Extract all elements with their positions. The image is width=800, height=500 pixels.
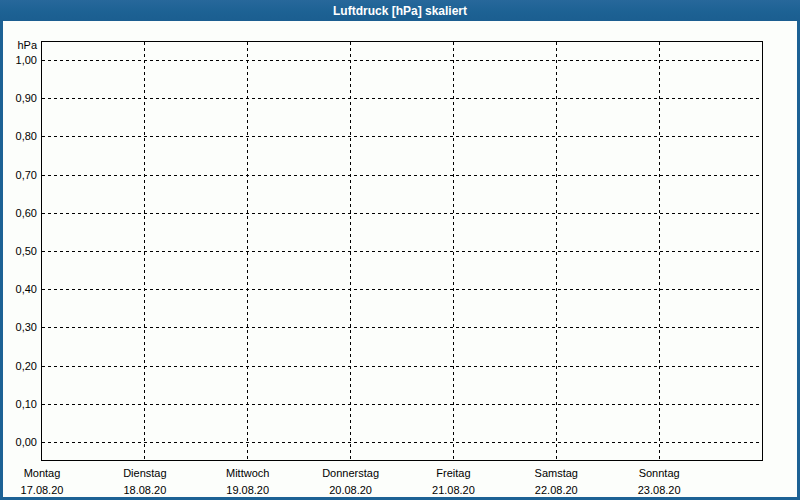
x-tick-day: Donnerstag [322,465,379,482]
gridline-vertical [247,42,248,460]
y-tick-label: 0,70 [3,169,37,181]
gridline-vertical [350,42,351,460]
gridline-horizontal [42,175,762,176]
chart-panel: hPa 1,000,900,800,700,600,500,400,300,20… [3,21,797,497]
y-tick-label: 0,50 [3,245,37,257]
gridline-horizontal [42,251,762,252]
y-tick-label: 0,00 [3,436,37,448]
x-tick-label: Sonntag23.08.20 [638,465,681,499]
x-tick-label: Montag17.08.20 [21,465,64,499]
gridline-vertical [659,42,660,460]
x-tick-date: 22.08.20 [535,482,578,499]
y-tick-label: 0,10 [3,398,37,410]
x-tick-day: Samstag [535,465,578,482]
y-tick-label: 0,40 [3,283,37,295]
x-tick-date: 20.08.20 [322,482,379,499]
gridline-horizontal [42,289,762,290]
y-axis-unit-label: hPa [3,39,37,51]
chart-title-bar: Luftdruck [hPa] skaliert [0,0,800,21]
y-tick-label: 0,20 [3,360,37,372]
gridline-horizontal [42,366,762,367]
gridline-horizontal [42,60,762,61]
x-tick-day: Mittwoch [226,465,269,482]
gridline-horizontal [42,98,762,99]
gridline-horizontal [42,442,762,443]
gridline-horizontal [42,213,762,214]
plot-area [41,41,763,461]
gridline-horizontal [42,136,762,137]
x-tick-day: Sonntag [638,465,681,482]
y-tick-label: 0,60 [3,207,37,219]
chart-window: Luftdruck [hPa] skaliert hPa 1,000,900,8… [0,0,800,500]
x-tick-label: Dienstag18.08.20 [123,465,166,499]
y-tick-label: 0,90 [3,92,37,104]
x-tick-day: Freitag [432,465,475,482]
x-tick-date: 23.08.20 [638,482,681,499]
gridline-vertical [556,42,557,460]
x-tick-label: Samstag22.08.20 [535,465,578,499]
x-tick-label: Donnerstag20.08.20 [322,465,379,499]
x-tick-date: 18.08.20 [123,482,166,499]
y-tick-label: 0,80 [3,130,37,142]
x-tick-label: Mittwoch19.08.20 [226,465,269,499]
x-tick-label: Freitag21.08.20 [432,465,475,499]
gridline-horizontal [42,327,762,328]
chart-title: Luftdruck [hPa] skaliert [333,4,467,18]
x-tick-day: Dienstag [123,465,166,482]
y-tick-label: 1,00 [3,54,37,66]
x-tick-day: Montag [21,465,64,482]
x-tick-date: 21.08.20 [432,482,475,499]
x-tick-date: 17.08.20 [21,482,64,499]
gridline-vertical [144,42,145,460]
gridline-horizontal [42,404,762,405]
gridline-vertical [453,42,454,460]
y-tick-label: 0,30 [3,321,37,333]
x-tick-date: 19.08.20 [226,482,269,499]
